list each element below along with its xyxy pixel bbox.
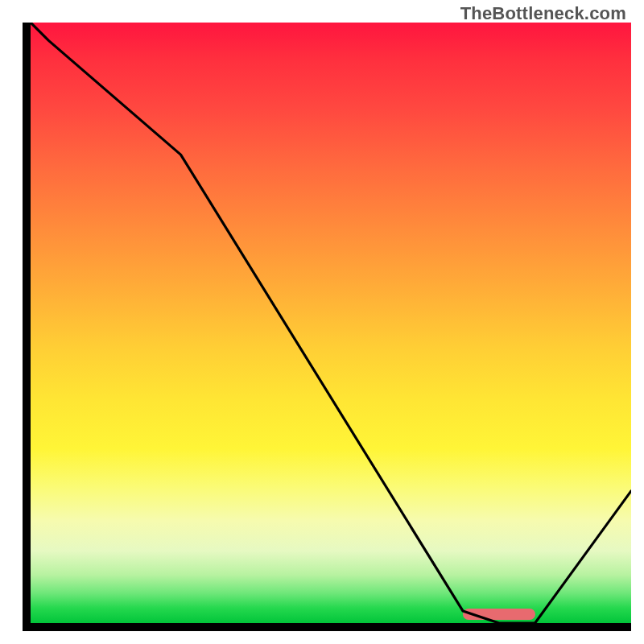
bottleneck-curve	[31, 23, 631, 623]
chart-container: TheBottleneck.com	[0, 0, 644, 644]
watermark-text: TheBottleneck.com	[460, 3, 626, 24]
plot-area	[31, 23, 631, 623]
